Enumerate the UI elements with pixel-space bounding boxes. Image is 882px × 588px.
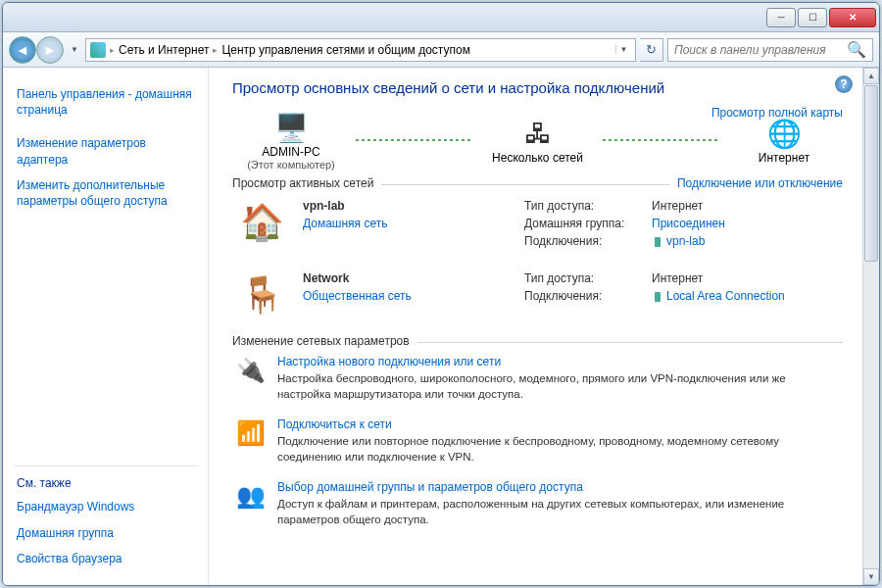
help-icon[interactable]: ? (835, 75, 853, 93)
homegroup-link[interactable]: Присоединен (652, 217, 725, 230)
task-homegroup[interactable]: 👥 Выбор домашней группы и параметров общ… (232, 472, 843, 535)
sidebar: Панель управления - домашняя страница Из… (3, 68, 209, 585)
connect-disconnect-link[interactable]: Подключение или отключение (669, 176, 843, 190)
page-title: Просмотр основных сведений о сети и наст… (232, 79, 843, 96)
active-networks-section: Просмотр активных сетей Подключение или … (232, 184, 843, 328)
network-hub-icon: 🖧 (518, 116, 558, 151)
map-pc-label: ADMIN-PC (262, 145, 319, 159)
network-type-link[interactable]: Домашняя сеть (303, 217, 509, 230)
sidebar-homegroup[interactable]: Домашняя группа (13, 520, 198, 546)
map-multi-label: Несколько сетей (492, 151, 583, 165)
nav-history-dropdown[interactable]: ▼ (68, 36, 81, 64)
navbar: ◄ ► ▼ ▸ Сеть и Интернет ▸ Центр управлен… (3, 32, 879, 68)
network-name: vpn-lab (303, 199, 509, 213)
map-connector (603, 139, 720, 141)
svg-rect-0 (655, 237, 661, 247)
access-type-label: Тип доступа: (524, 271, 652, 285)
homegroup-label: Домашняя группа: (524, 217, 652, 230)
task-connect[interactable]: 📶 Подключиться к сети Подключение или по… (232, 410, 843, 472)
scrollbar[interactable]: ▲ ▼ (862, 68, 879, 585)
svg-rect-1 (655, 292, 661, 302)
task-desc: Доступ к файлам и принтерам, расположенн… (277, 497, 839, 527)
network-type-link[interactable]: Общественная сеть (303, 289, 509, 303)
access-type-value: Интернет (652, 271, 703, 285)
close-button[interactable]: ✕ (829, 8, 876, 27)
address-bar[interactable]: ▸ Сеть и Интернет ▸ Центр управления сет… (85, 38, 636, 62)
public-network-icon: 🪑 (236, 271, 287, 318)
maximize-button[interactable]: ☐ (798, 8, 827, 27)
scroll-down-button[interactable]: ▼ (863, 568, 879, 585)
task-desc: Подключение или повторное подключение к … (277, 434, 839, 465)
breadcrumb-2[interactable]: Центр управления сетями и общим доступом (221, 43, 470, 57)
new-connection-icon: 🔌 (236, 355, 266, 386)
scroll-up-button[interactable]: ▲ (863, 68, 879, 84)
globe-icon: 🌐 (764, 116, 804, 151)
forward-button[interactable]: ► (36, 36, 64, 64)
adapter-icon (652, 291, 663, 303)
sidebar-home[interactable]: Панель управления - домашняя страница (13, 81, 198, 122)
task-title: Подключиться к сети (277, 417, 839, 431)
sidebar-adapter-settings[interactable]: Изменение параметров адаптера (13, 130, 198, 172)
address-dropdown[interactable]: ▼ (615, 45, 631, 54)
change-settings-section: Изменение сетевых параметров 🔌 Настройка… (232, 342, 843, 535)
scroll-thumb[interactable] (864, 85, 878, 262)
network-map: Просмотр полной карты 🖥️ ADMIN-PC (Этот … (232, 110, 843, 171)
see-also-header: См. также (13, 466, 198, 494)
body: Панель управления - домашняя страница Из… (3, 68, 879, 585)
map-connector (356, 139, 473, 141)
homegroup-icon: 👥 (236, 480, 266, 512)
map-this-pc: 🖥️ ADMIN-PC (Этот компьютер) (232, 110, 350, 171)
computer-icon: 🖥️ (271, 110, 311, 145)
home-network-icon: 🏠 (236, 199, 287, 246)
sidebar-sharing-settings[interactable]: Изменить дополнительные параметры общего… (13, 172, 198, 214)
nav-buttons: ◄ ► (9, 36, 64, 64)
connections-label: Подключения: (524, 289, 652, 303)
search-box[interactable]: 🔍 (667, 38, 873, 62)
chevron-right-icon: ▸ (110, 45, 115, 55)
map-internet: 🌐 Интернет (725, 116, 843, 165)
view-full-map-link[interactable]: Просмотр полной карты (711, 106, 843, 120)
scroll-track[interactable] (863, 263, 879, 568)
task-desc: Настройка беспроводного, широкополосного… (277, 371, 839, 402)
connections-label: Подключения: (524, 234, 652, 248)
access-type-label: Тип доступа: (524, 199, 652, 213)
network-name: Network (303, 271, 509, 285)
map-multi-networks: 🖧 Несколько сетей (479, 116, 597, 165)
back-button[interactable]: ◄ (9, 36, 36, 64)
minimize-button[interactable]: ─ (766, 8, 796, 27)
breadcrumb-1[interactable]: Сеть и Интернет (119, 43, 209, 57)
adapter-icon (652, 236, 663, 248)
access-type-value: Интернет (652, 199, 703, 213)
active-networks-header: Просмотр активных сетей (232, 176, 381, 190)
window: ─ ☐ ✕ ◄ ► ▼ ▸ Сеть и Интернет ▸ Центр уп… (2, 2, 880, 586)
search-input[interactable] (674, 43, 843, 57)
sidebar-browser[interactable]: Свойства браузера (13, 546, 198, 571)
map-internet-label: Интернет (759, 151, 809, 165)
network-icon (90, 42, 106, 58)
task-new-connection[interactable]: 🔌 Настройка нового подключения или сети … (232, 347, 843, 410)
connect-icon: 📶 (236, 417, 266, 449)
sidebar-firewall[interactable]: Брандмауэр Windows (13, 494, 198, 519)
chevron-right-icon: ▸ (213, 45, 218, 55)
task-title: Настройка нового подключения или сети (277, 355, 839, 368)
titlebar: ─ ☐ ✕ (3, 3, 879, 32)
connection-link[interactable]: Local Area Connection (652, 289, 785, 303)
connection-link[interactable]: vpn-lab (652, 234, 705, 248)
content: ? Просмотр основных сведений о сети и на… (209, 68, 862, 585)
network-entry-network: 🪑 Network Общественная сеть Тип доступа:… (232, 262, 843, 328)
task-title: Выбор домашней группы и параметров общег… (277, 480, 839, 494)
refresh-button[interactable]: ↻ (640, 38, 663, 62)
search-icon: 🔍 (847, 40, 866, 59)
change-settings-header: Изменение сетевых параметров (232, 334, 417, 348)
network-entry-vpnlab: 🏠 vpn-lab Домашняя сеть Тип доступа:Инте… (232, 189, 843, 262)
map-pc-sub: (Этот компьютер) (247, 159, 335, 171)
